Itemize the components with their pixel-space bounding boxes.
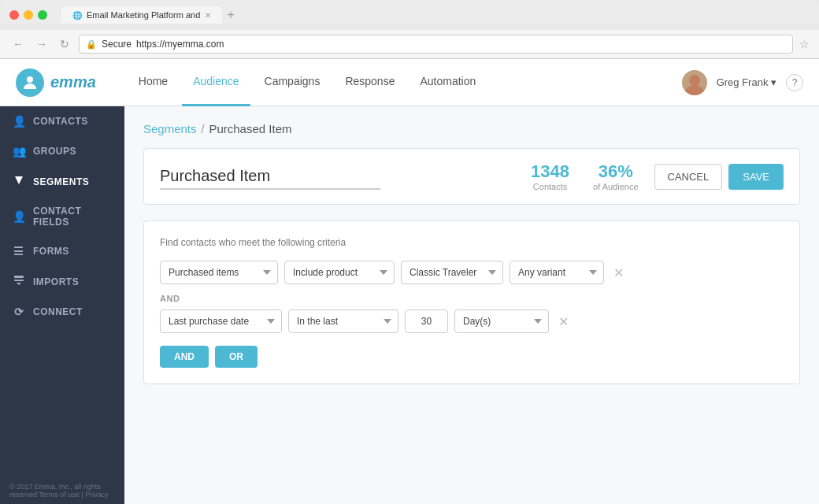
svg-rect-4 [14, 276, 24, 278]
help-button[interactable]: ? [786, 74, 803, 91]
cancel-button[interactable]: CANCEL [654, 164, 723, 190]
criteria-row-1-remove[interactable]: ✕ [613, 265, 624, 280]
svg-point-2 [689, 75, 700, 86]
sidebar-label-connect: CONNECT [33, 306, 83, 317]
criteria-field-select-1[interactable]: Purchased items [160, 261, 278, 284]
criteria-operator-select-1[interactable]: Include product [284, 261, 395, 284]
contacts-count: 1348 [531, 161, 569, 182]
new-tab-button[interactable]: + [224, 8, 237, 22]
segments-icon [13, 175, 25, 188]
svg-point-0 [27, 76, 33, 83]
user-avatar[interactable] [682, 70, 707, 95]
groups-icon: 👥 [13, 145, 25, 158]
nav-audience[interactable]: Audience [182, 59, 250, 106]
segment-header-card: 1348 Contacts 36% of Audience CANCEL SAV… [143, 148, 800, 205]
contacts-label: Contacts [531, 182, 569, 191]
add-or-button[interactable]: OR [215, 346, 258, 368]
sidebar-footer: © 2017 Emma, Inc., all rights reserved T… [0, 475, 124, 504]
segment-stats: 1348 Contacts 36% of Audience [531, 161, 638, 191]
svg-point-1 [684, 85, 705, 95]
sidebar-label-contact-fields: CONTACT FIELDS [33, 206, 112, 228]
criteria-description: Find contacts who meet the following cri… [160, 237, 784, 248]
secure-icon: 🔒 [86, 39, 97, 50]
sidebar-label-forms: FORMS [33, 246, 69, 257]
nav-response[interactable]: Response [334, 59, 406, 106]
audience-label: of Audience [593, 182, 639, 191]
add-buttons: AND OR [160, 346, 784, 368]
criteria-field-select-2[interactable]: Last purchase date [160, 309, 282, 333]
url-bar[interactable]: 🔒 Secure https://myemma.com [79, 35, 793, 54]
audience-stat: 36% of Audience [593, 161, 639, 191]
browser-chrome: 🌐 Email Marketing Platform and ✕ + [0, 0, 819, 24]
connect-icon: ⟳ [13, 306, 25, 318]
criteria-row-1: Purchased items Include product Classic … [160, 261, 784, 284]
sidebar-item-segments[interactable]: SEGMENTS [0, 166, 124, 197]
sidebar-item-contact-fields[interactable]: 👤 CONTACT FIELDS [0, 197, 124, 236]
contact-fields-icon: 👤 [13, 210, 25, 223]
bookmark-button[interactable]: ☆ [799, 38, 810, 50]
breadcrumb-separator: / [202, 123, 205, 135]
nav-automation[interactable]: Automation [409, 59, 487, 106]
logo-circle [16, 69, 44, 97]
main-content: Segments / Purchased Item 1348 Contacts … [124, 106, 819, 504]
nav-campaigns[interactable]: Campaigns [254, 59, 332, 106]
criteria-row-2: Last purchase date In the last Day(s) ✕ [160, 309, 784, 333]
contacts-icon: 👤 [13, 115, 25, 128]
add-and-button[interactable]: AND [160, 346, 209, 368]
traffic-light-red[interactable] [9, 10, 19, 20]
criteria-number-input[interactable] [405, 309, 448, 333]
criteria-period-select[interactable]: Day(s) [454, 309, 549, 333]
criteria-product-select[interactable]: Classic Traveler [401, 261, 503, 284]
contacts-stat: 1348 Contacts [531, 161, 569, 191]
tab-favicon: 🌐 [72, 11, 82, 20]
save-button[interactable]: SAVE [728, 164, 784, 190]
svg-rect-5 [14, 280, 24, 281]
tab-bar: 🌐 Email Marketing Platform and ✕ + [61, 6, 238, 24]
user-name[interactable]: Greg Frank ▾ [717, 76, 776, 88]
logo-text: emma [50, 73, 96, 91]
forward-button[interactable]: → [33, 36, 50, 52]
url-text: https://myemma.com [136, 39, 224, 50]
criteria-row-2-remove[interactable]: ✕ [558, 314, 569, 329]
segment-title-input[interactable] [160, 164, 380, 190]
breadcrumb-segments-link[interactable]: Segments [143, 122, 197, 135]
address-bar: ← → ↻ 🔒 Secure https://myemma.com ☆ [0, 30, 819, 59]
sidebar-item-contacts[interactable]: 👤 CONTACTS [0, 106, 124, 136]
app-header: emma Home Audience Campaigns Response Au… [0, 59, 819, 106]
sidebar-item-connect[interactable]: ⟳ CONNECT [0, 297, 124, 327]
traffic-light-green[interactable] [38, 10, 47, 20]
breadcrumb: Segments / Purchased Item [143, 122, 800, 135]
app-wrapper: emma Home Audience Campaigns Response Au… [0, 59, 819, 504]
tab-label: Email Marketing Platform and [87, 10, 200, 20]
sidebar-item-forms[interactable]: ☰ FORMS [0, 236, 124, 266]
sidebar: 👤 CONTACTS 👥 GROUPS SEGMENTS 👤 CONTACT F… [0, 106, 124, 504]
sidebar-label-segments: SEGMENTS [33, 176, 89, 187]
sidebar-label-imports: IMPORTS [33, 276, 79, 287]
traffic-light-yellow[interactable] [24, 10, 33, 20]
header-right: Greg Frank ▾ ? [682, 70, 803, 95]
and-label: AND [160, 294, 784, 303]
sidebar-item-groups[interactable]: 👥 GROUPS [0, 136, 124, 166]
sidebar-label-contacts: CONTACTS [33, 116, 88, 127]
breadcrumb-current: Purchased Item [209, 122, 291, 135]
sidebar-label-groups: GROUPS [33, 146, 76, 157]
main-nav: Home Audience Campaigns Response Automat… [128, 59, 658, 106]
criteria-section: Find contacts who meet the following cri… [143, 220, 800, 384]
reload-button[interactable]: ↻ [57, 36, 72, 52]
emma-logo: emma [16, 69, 96, 97]
audience-pct: 36% [593, 161, 639, 182]
forms-icon: ☰ [13, 245, 25, 258]
back-button[interactable]: ← [9, 36, 27, 52]
sidebar-item-imports[interactable]: IMPORTS [0, 266, 124, 297]
svg-marker-3 [15, 176, 23, 184]
secure-label: Secure [102, 39, 132, 50]
criteria-variant-select[interactable]: Any variant [510, 261, 604, 284]
header-actions: CANCEL SAVE [654, 164, 784, 190]
imports-icon [13, 275, 25, 288]
nav-home[interactable]: Home [128, 59, 179, 106]
criteria-operator-select-2[interactable]: In the last [288, 309, 398, 333]
tab-close-button[interactable]: ✕ [205, 11, 211, 20]
tab-active[interactable]: 🌐 Email Marketing Platform and ✕ [61, 6, 222, 24]
content-area: 👤 CONTACTS 👥 GROUPS SEGMENTS 👤 CONTACT F… [0, 106, 819, 504]
